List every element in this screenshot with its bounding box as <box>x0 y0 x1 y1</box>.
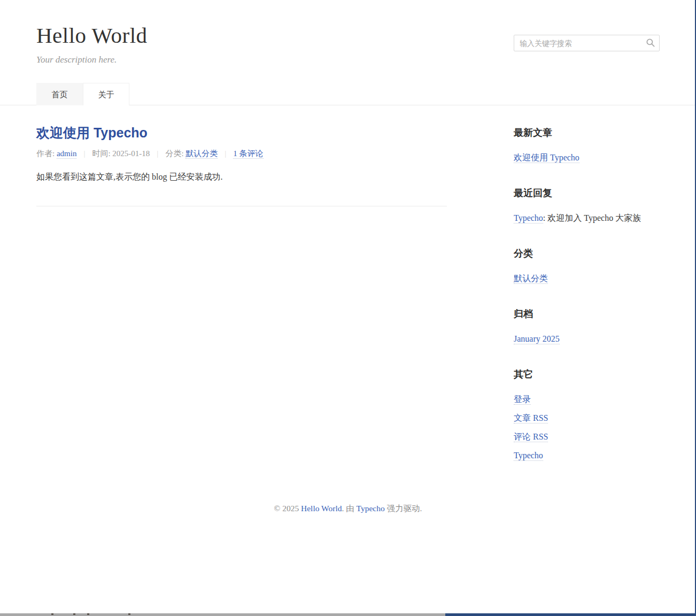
widget-list: 登录文章 RSS评论 RSSTypecho <box>514 394 660 461</box>
meta-separator: | <box>225 149 226 158</box>
widget-item: Typecho <box>514 450 660 461</box>
main-content: 欢迎使用 Typecho 作者: admin|时间: 2025-01-18|分类… <box>36 125 447 206</box>
widget-item: January 2025 <box>514 333 660 344</box>
widget-title: 其它 <box>514 369 660 380</box>
widget-link[interactable]: 评论 RSS <box>514 432 548 442</box>
search-box <box>514 35 660 51</box>
meta-separator: | <box>83 149 85 158</box>
footer-middle-text: . 由 <box>342 504 356 513</box>
search-input[interactable] <box>514 35 660 51</box>
site-title[interactable]: Hello World <box>36 24 148 48</box>
post-date: 2025-01-18 <box>112 149 150 158</box>
footer-copyright: © 2025 <box>274 504 301 513</box>
footer: © 2025 Hello World. 由 Typecho 强力驱动. <box>0 503 696 514</box>
sidebar-widget: 最新文章欢迎使用 Typecho <box>514 128 660 163</box>
widget-link[interactable]: 文章 RSS <box>514 413 548 424</box>
widget-list: 默认分类 <box>514 273 660 284</box>
widget-link[interactable]: 默认分类 <box>514 274 548 284</box>
post: 欢迎使用 Typecho 作者: admin|时间: 2025-01-18|分类… <box>36 125 447 183</box>
category-link[interactable]: 默认分类 <box>185 149 218 159</box>
widget-item: 登录 <box>514 394 660 405</box>
sidebar-widget: 最近回复Typecho: 欢迎加入 Typecho 大家族 <box>514 188 660 224</box>
widget-title: 最近回复 <box>514 188 660 198</box>
comments-link[interactable]: 1 条评论 <box>233 149 263 159</box>
widget-link[interactable]: Typecho <box>514 213 543 224</box>
sidebar-widget: 归档January 2025 <box>514 309 660 344</box>
widget-title: 归档 <box>514 309 660 319</box>
post-divider <box>36 206 447 206</box>
widget-link[interactable]: January 2025 <box>514 334 560 344</box>
category-label: 分类: <box>165 149 185 158</box>
post-title-link[interactable]: 欢迎使用 Typecho <box>36 125 148 140</box>
main-nav: 首页关于 <box>36 83 129 105</box>
site-description: Your description here. <box>36 55 117 65</box>
widget-list: Typecho: 欢迎加入 Typecho 大家族 <box>514 212 660 224</box>
widget-list: 欢迎使用 Typecho <box>514 152 660 163</box>
footer-site-link[interactable]: Hello World <box>301 504 342 513</box>
taskbar-glyph-fragment <box>51 613 53 615</box>
author-label: 作者: <box>36 149 57 158</box>
widget-item: 文章 RSS <box>514 412 660 424</box>
widget-item-text: : 欢迎加入 Typecho 大家族 <box>543 213 641 222</box>
footer-suffix-text: 强力驱动. <box>385 504 422 513</box>
sidebar: 最新文章欢迎使用 Typecho最近回复Typecho: 欢迎加入 Typech… <box>514 35 660 486</box>
widget-link[interactable]: 登录 <box>514 395 531 405</box>
widget-item: 欢迎使用 Typecho <box>514 152 660 163</box>
widget-title: 最新文章 <box>514 128 660 138</box>
widget-link[interactable]: Typecho <box>514 451 543 461</box>
widget-link[interactable]: 欢迎使用 Typecho <box>514 153 579 163</box>
meta-separator: | <box>157 149 158 158</box>
footer-typecho-link[interactable]: Typecho <box>357 504 385 513</box>
time-label: 时间: <box>92 149 112 158</box>
sidebar-widget: 分类默认分类 <box>514 249 660 284</box>
post-body: 如果您看到这篇文章,表示您的 blog 已经安装成功. <box>36 171 447 183</box>
taskbar-glyph-fragment <box>73 613 75 615</box>
author-link[interactable]: admin <box>57 149 77 159</box>
taskbar-glyph-fragment <box>128 613 130 615</box>
sidebar-widget: 其它登录文章 RSS评论 RSSTypecho <box>514 369 660 461</box>
taskbar-glyph-fragment <box>87 613 89 615</box>
nav-tab-home[interactable]: 首页 <box>36 83 83 105</box>
widget-item: 默认分类 <box>514 273 660 284</box>
taskbar-strip-blue <box>445 613 696 616</box>
widget-list: January 2025 <box>514 333 660 344</box>
widget-item: 评论 RSS <box>514 431 660 442</box>
sidebar-widgets: 最新文章欢迎使用 Typecho最近回复Typecho: 欢迎加入 Typech… <box>514 128 660 461</box>
widget-item: Typecho: 欢迎加入 Typecho 大家族 <box>514 212 660 224</box>
post-title: 欢迎使用 Typecho <box>36 125 447 141</box>
search-icon[interactable] <box>646 38 655 48</box>
taskbar-strip-gray <box>0 613 445 616</box>
nav-tab-about[interactable]: 关于 <box>83 83 129 105</box>
post-meta: 作者: admin|时间: 2025-01-18|分类: 默认分类|1 条评论 <box>36 148 447 159</box>
widget-title: 分类 <box>514 249 660 259</box>
page: { "site": { "title": "Hello World", "des… <box>0 0 696 616</box>
